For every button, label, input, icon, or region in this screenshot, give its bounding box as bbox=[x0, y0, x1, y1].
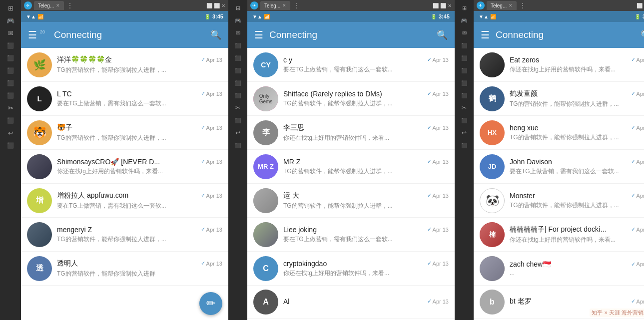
toolbar-icon-3[interactable]: ⬛ bbox=[2, 64, 18, 76]
search-icon-1[interactable]: 🔍 bbox=[210, 29, 221, 40]
maximize-icon-2[interactable]: ⬜ bbox=[440, 3, 446, 8]
chat-item[interactable]: 运 大 ✓ Apr 13 TG的营销软件，能帮你强制拉人进群，... bbox=[247, 184, 455, 218]
mid2-icon-10[interactable]: ⬛ bbox=[457, 139, 472, 151]
status-bar-2: ▼▲ 📶 🔋 3:45 bbox=[247, 11, 455, 22]
tab-close-1[interactable]: ✕ bbox=[56, 3, 60, 8]
chat-item[interactable]: MR Z MR Z ✓ Apr 13 TG的营销软件，能帮你强制拉人进群，... bbox=[247, 150, 455, 184]
chat-item[interactable]: 李 李三思 ✓ Apr 13 你还在找tg上好用的营销软件吗，来看... bbox=[247, 116, 455, 150]
mid2-icon-6[interactable]: ⬛ bbox=[457, 64, 472, 76]
maximize-icon-1[interactable]: ⬜ bbox=[214, 3, 220, 8]
chat-item[interactable]: 🐼 Monster ✓ Apr 13 TG的营销软件，能帮你强制拉人进群，... bbox=[474, 184, 644, 218]
mid-icon-5[interactable]: ⬛ bbox=[230, 52, 245, 64]
chat-item[interactable]: 增 增粉拉人 appfuwu.com ✓ Apr 13 要在TG上做营销，需有我… bbox=[21, 184, 228, 218]
toolbar-icon-reply[interactable]: ↩ bbox=[2, 127, 18, 139]
chat-date: Apr 13 bbox=[637, 227, 644, 233]
toolbar-icon-1[interactable]: ⬛ bbox=[2, 39, 18, 51]
mid2-icon-reply[interactable]: ↩ bbox=[457, 127, 472, 139]
check-icon: ✓ bbox=[631, 226, 636, 233]
search-icon-3[interactable]: 🔍 bbox=[641, 29, 644, 40]
mid-icon-1[interactable]: ⊞ bbox=[230, 2, 245, 14]
avatar: C bbox=[253, 256, 278, 281]
chat-list-2: CY c y ✓ Apr 13 要在TG上做营销，需有我们这么一套软... On… bbox=[247, 48, 455, 320]
chat-item[interactable]: A Al ✓ Apr 13 bbox=[247, 286, 455, 319]
chat-item[interactable]: 🐯 🐯子 ✓ Apr 13 TG的营销软件，能帮你强制拉人进群，... bbox=[21, 116, 228, 150]
minimize-icon-1[interactable]: ⬜ bbox=[206, 3, 212, 8]
minimize-icon-2[interactable]: ⬜ bbox=[433, 3, 439, 8]
chat-item[interactable]: mengeryi Z ✓ Apr 13 TG的营销软件，能帮你强制拉人进群，..… bbox=[21, 218, 228, 252]
chat-item[interactable]: 透 透明人 ✓ Apr 13 TG的营销软件，能帮你强制拉入进群 bbox=[21, 252, 228, 286]
browser-more-2[interactable]: ⋮ bbox=[293, 2, 299, 9]
mid-icon-9[interactable]: ⬛ bbox=[230, 114, 245, 126]
mid-icon-6[interactable]: ⬛ bbox=[230, 64, 245, 76]
chat-item[interactable]: b bt 老罗 ✓ Apr 13 bbox=[474, 286, 644, 319]
chat-name: 李三思 bbox=[283, 123, 304, 132]
mid-icon-8[interactable]: ⬛ bbox=[230, 89, 245, 101]
mid2-icon-3[interactable]: ✉ bbox=[457, 27, 472, 39]
chat-name: 透明人 bbox=[57, 259, 78, 268]
chat-item[interactable]: 鹤 鹤发童颜 ✓ Apr 13 TG的营销软件，能帮你强制拉人进群，... bbox=[474, 82, 644, 116]
mid-icon-7[interactable]: ⬛ bbox=[230, 77, 245, 89]
mid-icon-2[interactable]: 🎮 bbox=[230, 14, 245, 26]
browser-tab-2[interactable]: Teleg... ✕ bbox=[260, 1, 290, 10]
chat-preview: 要在TG上做营销，需有我们这么一套软... bbox=[57, 99, 222, 108]
toolbar-icon-4[interactable]: ⬛ bbox=[2, 77, 18, 89]
toolbar-icon-scissors[interactable]: ✂ bbox=[2, 102, 18, 114]
menu-icon-1[interactable]: ☰ bbox=[28, 29, 37, 41]
chat-item[interactable]: OnlyGems Shitface (Rarely replies to DMs… bbox=[247, 82, 455, 116]
battery-icon-2: 🔋 bbox=[431, 14, 437, 19]
chat-item[interactable]: HX heng xue ✓ Apr 13 TG的营销软件，能帮你强制拉人进群，.… bbox=[474, 116, 644, 150]
chat-item[interactable]: zach chew🇸🇬 ✓ Apr 13 ... bbox=[474, 252, 644, 286]
toolbar-icon-game[interactable]: 🎮 bbox=[2, 14, 18, 26]
menu-icon-3[interactable]: ☰ bbox=[481, 29, 490, 41]
minimize-icon-3[interactable]: ⬜ bbox=[637, 3, 643, 8]
mid2-icon-2[interactable]: 🎮 bbox=[457, 14, 472, 26]
mid-icon-3[interactable]: ✉ bbox=[230, 27, 245, 39]
fab-button-1[interactable]: ✏ bbox=[199, 292, 222, 315]
mid2-icon-1[interactable]: ⊞ bbox=[457, 2, 472, 14]
mid-icon-10[interactable]: ⬛ bbox=[230, 139, 245, 151]
avatar: 增 bbox=[27, 188, 52, 213]
chat-content: Liee joking ✓ Apr 13 要在TG上做营销，需有我们这么一套软.… bbox=[283, 226, 449, 244]
chat-item[interactable]: 楠 楠楠楠楠子| For project dockin... ✓ Apr 13 … bbox=[474, 218, 644, 252]
menu-icon-2[interactable]: ☰ bbox=[254, 29, 263, 41]
tab-close-2[interactable]: ✕ bbox=[282, 3, 286, 8]
mid2-icon-9[interactable]: ⬛ bbox=[457, 114, 472, 126]
time-1: 3:45 bbox=[212, 13, 223, 19]
mid2-icon-scissors[interactable]: ✂ bbox=[457, 102, 472, 114]
mid-icon-4[interactable]: ⬛ bbox=[230, 39, 245, 51]
toolbar-icon-6[interactable]: ⬛ bbox=[2, 114, 18, 126]
toolbar-icon-mail[interactable]: ✉ bbox=[2, 27, 18, 39]
avatar bbox=[27, 154, 52, 179]
mid-icon-scissors[interactable]: ✂ bbox=[230, 102, 245, 114]
close-btn-1[interactable]: ✕ bbox=[221, 3, 225, 8]
chat-item[interactable]: Liee joking ✓ Apr 13 要在TG上做营销，需有我们这么一套软.… bbox=[247, 218, 455, 252]
mid2-icon-8[interactable]: ⬛ bbox=[457, 89, 472, 101]
chat-item[interactable]: Eat zeros ✓ Apr 13 你还在找tg上好用的营销软件吗，来看... bbox=[474, 48, 644, 82]
chat-item[interactable]: CY c y ✓ Apr 13 要在TG上做营销，需有我们这么一套软... bbox=[247, 48, 455, 82]
tab-close-3[interactable]: ✕ bbox=[509, 3, 513, 8]
toolbar-icon-7[interactable]: ⬛ bbox=[2, 139, 18, 151]
toolbar-icon-5[interactable]: ⬛ bbox=[2, 89, 18, 101]
mid2-icon-4[interactable]: ⬛ bbox=[457, 39, 472, 51]
chat-item[interactable]: L L TC ✓ Apr 13 要在TG上做营销，需有我们这么一套软... bbox=[21, 82, 228, 116]
browser-tab-1[interactable]: Teleg... ✕ bbox=[34, 1, 64, 10]
chat-content: L TC ✓ Apr 13 要在TG上做营销，需有我们这么一套软... bbox=[57, 90, 222, 108]
mid-icon-reply[interactable]: ↩ bbox=[230, 127, 245, 139]
chat-item[interactable]: JD John Davison ✓ Apr 13 要在TG上做营销，需有我们这么… bbox=[474, 150, 644, 184]
chat-date: Apr 13 bbox=[206, 261, 222, 267]
browser-more-1[interactable]: ⋮ bbox=[67, 2, 73, 9]
toolbar-icon-grid[interactable]: ⊞ bbox=[2, 2, 18, 14]
search-icon-2[interactable]: 🔍 bbox=[437, 29, 448, 40]
mid2-icon-7[interactable]: ⬛ bbox=[457, 77, 472, 89]
toolbar-icon-2[interactable]: ⬛ bbox=[2, 52, 18, 64]
browser-more-3[interactable]: ⋮ bbox=[520, 2, 526, 9]
chat-item[interactable]: ShimonsaysCRO🚀 [NEVER D... ✓ Apr 13 你还在找… bbox=[21, 150, 228, 184]
chat-item[interactable]: 🌿 洋洋🍀🍀🍀🍀金 ✓ Apr 13 TG的营销软件，能帮你强制拉人进群，... bbox=[21, 48, 228, 82]
chat-item[interactable]: C cryptokingdao ✓ Apr 13 你还在找tg上好用的营销软件吗… bbox=[247, 252, 455, 286]
avatar: 楠 bbox=[480, 222, 505, 247]
chat-preview: TG的营销软件，能帮你强制拉人进群，... bbox=[57, 134, 222, 142]
browser-tab-3[interactable]: Teleg... ✕ bbox=[487, 1, 517, 10]
close-btn-2[interactable]: ✕ bbox=[448, 3, 452, 8]
mid2-icon-5[interactable]: ⬛ bbox=[457, 52, 472, 64]
browser-chrome-3: ✈ Teleg... ✕ ⋮ ⬜ ⬜ ✕ bbox=[474, 0, 644, 11]
